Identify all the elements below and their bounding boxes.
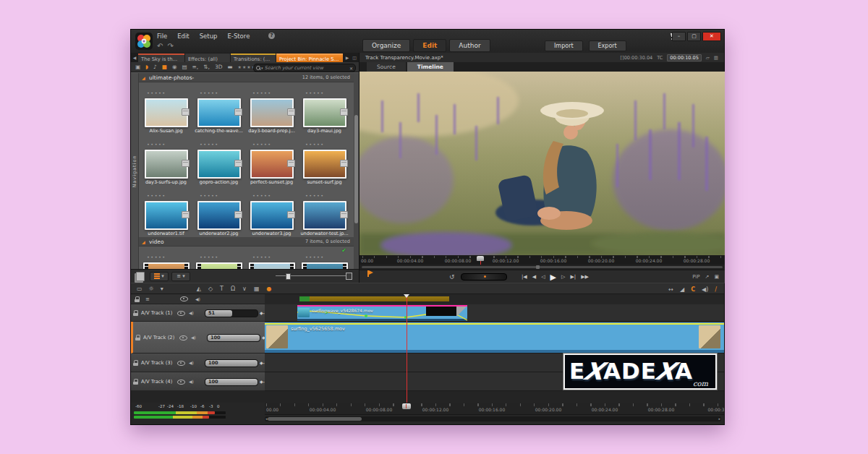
photo-item[interactable]: •••••gopro-action.jpg xyxy=(192,134,245,186)
pip-button[interactable]: PiP xyxy=(692,274,699,280)
camera-icon[interactable]: ▬ xyxy=(227,62,232,72)
scroll-right-icon[interactable]: ▸ xyxy=(718,416,720,421)
redo-icon[interactable]: ↷ xyxy=(167,42,177,50)
section-header-1[interactable]: ◢ video7 items, 0 selected xyxy=(138,237,354,247)
search-box[interactable]: ▾ ✕ xyxy=(253,64,356,72)
volume-slider[interactable]: 51 xyxy=(205,309,258,317)
clip-track1[interactable]: surfingwave_v5428674.mov xyxy=(297,305,467,321)
frame-fwd-button[interactable]: ▷ xyxy=(561,274,565,280)
scene-view-icon[interactable] xyxy=(136,272,145,281)
audio-mute-icon[interactable]: ◀) xyxy=(191,335,196,340)
section-header-0[interactable]: ◢ ultimate-photos-12 items, 0 selected xyxy=(138,73,354,82)
library-tab-0[interactable]: The Sky is th... xyxy=(138,53,184,62)
scroll-marker[interactable] xyxy=(536,265,540,269)
rating-stars[interactable]: ••••• xyxy=(200,90,219,96)
thumbnail[interactable] xyxy=(250,150,294,179)
thumbnail[interactable] xyxy=(250,98,294,127)
rating-stars[interactable]: ••••• xyxy=(147,254,166,260)
volume-ramp-icon[interactable]: ◢ xyxy=(680,286,684,293)
rating-stars[interactable]: ••••• xyxy=(200,254,219,260)
photo-item[interactable]: •••••underwater2.jpg xyxy=(192,186,245,237)
undo-icon[interactable]: ↶ xyxy=(157,42,167,50)
scrollbar-thumb[interactable] xyxy=(354,115,358,223)
rating-stars[interactable]: ••••• xyxy=(305,90,325,96)
go-start-button[interactable]: |◀ xyxy=(522,274,527,280)
photo-item[interactable]: •••••day3-maui.jpg xyxy=(298,83,351,134)
add-collection-icon[interactable]: ▣ xyxy=(135,62,140,72)
loop-icon[interactable]: ↺ xyxy=(449,273,455,280)
photo-item[interactable]: •••••day3-board-prep.j... xyxy=(245,83,298,134)
rating-stars[interactable]: ••••• xyxy=(200,142,219,147)
video-item[interactable]: •••••kidsrunning_v388... xyxy=(192,247,245,270)
export-button[interactable]: Export xyxy=(589,40,626,51)
3d-icon[interactable]: 3D xyxy=(215,62,223,72)
rating-stars[interactable]: ••••• xyxy=(252,193,272,199)
track-lane-2[interactable]: surfing_v5625658.mov xyxy=(265,322,724,354)
visibility-icon[interactable] xyxy=(179,335,187,340)
photo-item[interactable]: •••••Alix-Susan.jpg xyxy=(140,83,192,134)
library-tab-1[interactable]: Effects: (all) xyxy=(185,53,230,62)
split-clip-icon[interactable]: ∨ xyxy=(242,286,247,292)
list-view-button[interactable]: ≡ ▾ xyxy=(171,272,190,281)
thumbnail[interactable] xyxy=(145,150,188,179)
photos-icon[interactable]: ■ xyxy=(162,62,167,72)
mode-tab-organize[interactable]: Organize xyxy=(362,39,410,52)
rating-stars[interactable]: ••••• xyxy=(252,142,272,147)
play-button[interactable]: ▶ xyxy=(550,273,556,282)
music-icon[interactable]: ♪ xyxy=(153,62,157,72)
keyframe-icon[interactable]: ◇ xyxy=(208,286,213,292)
video-item[interactable]: •••••✔surfing_v5625658... xyxy=(298,247,351,270)
library-tab-3[interactable]: Project Bin: Pinnacle Stu...× xyxy=(276,53,343,62)
rating-stars[interactable]: ••••• xyxy=(305,193,325,199)
fullscreen-icon[interactable]: ▣ xyxy=(714,274,719,280)
help-icon[interactable]: ? xyxy=(268,33,275,39)
thumbnail[interactable] xyxy=(303,98,346,127)
marker-dropdown-icon[interactable]: ▾ xyxy=(161,286,163,292)
list-options-icon[interactable]: ≡, xyxy=(192,62,199,72)
track-header-4[interactable]: A/V Track (4)◀)100◆ xyxy=(131,372,265,391)
clip-track2[interactable]: surfing_v5625658.mov xyxy=(265,322,724,353)
timeline-scrubber[interactable] xyxy=(402,403,411,409)
photo-item[interactable]: •••••underwater3.jpg xyxy=(245,186,298,237)
thumbnail[interactable] xyxy=(250,201,294,230)
rating-stars[interactable]: ••••• xyxy=(147,193,166,199)
menu-file[interactable]: File xyxy=(157,33,167,40)
audio-mute-icon[interactable]: ◀) xyxy=(189,379,194,384)
photo-item[interactable]: •••••day3-surfs-up.jpg xyxy=(140,134,192,186)
photo-item[interactable]: •••••catching-the-wave... xyxy=(192,83,245,134)
lock-icon[interactable] xyxy=(135,335,140,340)
track-list-icon[interactable]: ≡ xyxy=(145,296,150,302)
marker-lane[interactable] xyxy=(265,294,724,305)
track-header-2[interactable]: A/V Track (2)◀)100◆ xyxy=(131,322,265,354)
playhead[interactable] xyxy=(407,294,407,403)
audio-scrub-icon[interactable]: ◀) xyxy=(702,286,708,293)
audio-mute-icon[interactable]: ◀) xyxy=(189,310,194,315)
rating-stars[interactable]: ••••• xyxy=(147,90,166,96)
tab-scroll-right-icon[interactable]: ▶ xyxy=(344,53,351,62)
menu-setup[interactable]: Setup xyxy=(200,33,218,40)
quick-import-icon[interactable]: ◗ xyxy=(145,62,148,72)
lock-icon[interactable] xyxy=(133,379,138,385)
audio-mixer-icon[interactable]: ◭ xyxy=(197,286,201,292)
thumbnail[interactable] xyxy=(197,201,241,230)
bin-scrollbar[interactable] xyxy=(354,73,359,270)
volume-slider[interactable]: 100 xyxy=(207,334,260,342)
preview-scrollbar[interactable] xyxy=(359,265,725,270)
green-marker-range[interactable] xyxy=(299,296,310,301)
prev-clip-button[interactable]: ◀ xyxy=(532,274,536,280)
preview-scrubber[interactable] xyxy=(477,256,484,261)
preview-tab-timeline[interactable]: Timeline xyxy=(407,62,454,72)
volume-slider[interactable]: 100 xyxy=(205,359,258,367)
slider-handle[interactable] xyxy=(286,273,291,280)
video-item[interactable]: •••••campfire_v977480... xyxy=(140,247,192,270)
keyframe-icon[interactable]: ◆ xyxy=(260,379,265,384)
menu-e-store[interactable]: E-Store xyxy=(227,33,250,40)
photo-item[interactable]: •••••underwater1.tif xyxy=(140,186,192,237)
section-collapse-icon[interactable]: ◢ xyxy=(142,239,145,244)
next-clip-button[interactable]: ▶| xyxy=(570,274,576,280)
volume-slider[interactable]: 100 xyxy=(205,378,258,386)
timeline-ruler[interactable]: 00.0000:00:04.0000:00:08.0000:00:12.0000… xyxy=(265,403,724,415)
visibility-icon[interactable] xyxy=(177,361,185,366)
photo-item[interactable]: •••••underwater-test.jp... xyxy=(298,186,351,237)
timeline-scrollbar[interactable]: ◂ ▸ xyxy=(265,416,721,421)
